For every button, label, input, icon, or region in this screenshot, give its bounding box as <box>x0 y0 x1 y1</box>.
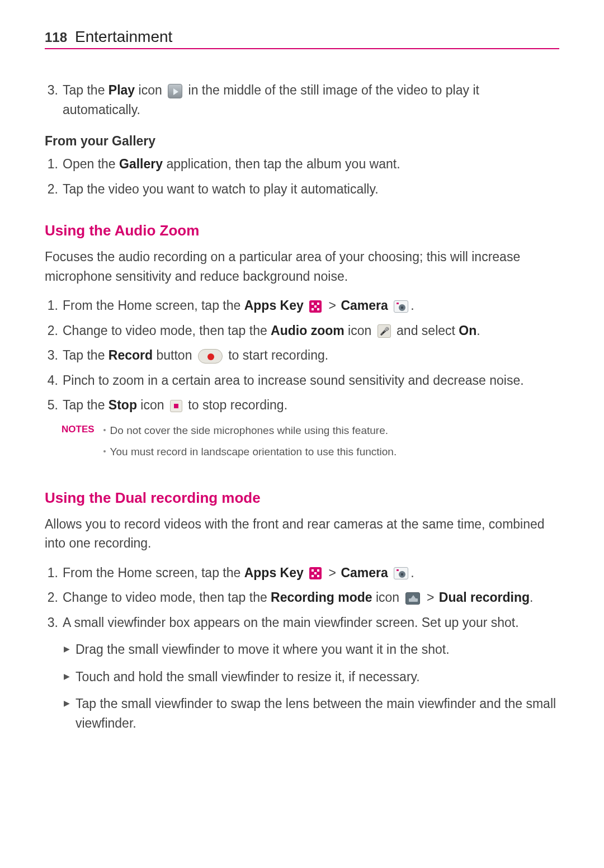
audio-zoom-icon <box>378 324 391 338</box>
section-dual-recording: Using the Dual recording mode <box>45 489 559 507</box>
apps-key-label: Apps Key <box>244 298 304 313</box>
audiozoom-step-2: 2. Change to video mode, then tap the Au… <box>45 321 559 341</box>
step-text: Change to video mode, then tap the Audio… <box>63 321 559 341</box>
step-text: From the Home screen, tap the Apps Key >… <box>63 563 559 583</box>
audiozoom-intro: Focuses the audio recording on a particu… <box>45 247 559 286</box>
stop-icon <box>170 400 182 412</box>
text: From the Home screen, tap the <box>63 298 244 313</box>
step-number: 3. <box>45 81 58 100</box>
text: Change to video mode, then tap the <box>63 323 271 338</box>
text: application, then tap the album you want… <box>163 157 400 171</box>
step-number: 1. <box>45 154 58 174</box>
on-label: On <box>459 323 476 338</box>
chapter-title: Entertainment <box>75 28 172 46</box>
step-number: 2. <box>45 180 58 199</box>
separator: > <box>328 298 337 313</box>
camera-label: Camera <box>341 565 388 580</box>
text: button <box>153 348 196 362</box>
page-number: 118 <box>45 30 67 45</box>
step-text: Open the Gallery application, then tap t… <box>63 154 559 174</box>
triangle-icon: ▶ <box>64 640 70 659</box>
note-item: You must record in landscape orientation… <box>103 444 559 460</box>
bullet-text: Tap the small viewfinder to swap the len… <box>76 694 559 733</box>
text: icon <box>345 323 375 338</box>
note-text: You must record in landscape orientation… <box>110 444 397 460</box>
dual-intro: Allows you to record videos with the fro… <box>45 515 559 553</box>
text: icon <box>135 83 166 97</box>
text: icon <box>372 590 403 605</box>
step-number: 3. <box>45 346 58 365</box>
bullet-text: Drag the small viewfinder to move it whe… <box>76 640 450 659</box>
text: and select <box>393 323 459 338</box>
apps-key-icon <box>309 567 322 579</box>
gallery-step-2: 2. Tap the video you want to watch to pl… <box>45 180 559 199</box>
step-text: Tap the video you want to watch to play … <box>63 180 559 199</box>
step-text: A small viewfinder box appears on the ma… <box>63 613 559 633</box>
text: Tap the <box>63 83 108 97</box>
page-header: 118 Entertainment <box>45 28 559 49</box>
dual-recording-label: Dual recording <box>439 590 530 605</box>
text: to start recording. <box>225 348 328 362</box>
text: Open the <box>63 157 119 171</box>
sub-bullet-list: ▶Drag the small viewfinder to move it wh… <box>64 640 559 733</box>
text: Tap the <box>63 348 108 362</box>
sub-bullet: ▶Tap the small viewfinder to swap the le… <box>64 694 559 733</box>
audiozoom-step-5: 5. Tap the Stop icon to stop recording. <box>45 395 559 415</box>
step-number: 2. <box>45 588 58 607</box>
recording-mode-label: Recording mode <box>271 590 372 605</box>
notes-block: NOTES Do not cover the side microphones … <box>62 423 559 466</box>
note-text: Do not cover the side microphones while … <box>110 423 388 439</box>
subheading-gallery: From your Gallery <box>45 134 559 149</box>
step-text: Tap the Play icon in the middle of the s… <box>63 81 559 119</box>
text: From the Home screen, tap the <box>63 565 244 580</box>
camera-icon <box>394 567 408 579</box>
dual-step-3: 3. A small viewfinder box appears on the… <box>45 613 559 633</box>
gallery-label: Gallery <box>119 157 163 171</box>
audiozoom-step-3: 3. Tap the Record button to start record… <box>45 346 559 365</box>
manual-page: 118 Entertainment 3. Tap the Play icon i… <box>0 0 604 774</box>
section-audio-zoom: Using the Audio Zoom <box>45 222 559 239</box>
text: Tap the <box>63 398 108 412</box>
sub-bullet: ▶Touch and hold the small viewfinder to … <box>64 667 559 687</box>
stop-label: Stop <box>108 398 137 412</box>
step-number: 5. <box>45 395 58 415</box>
text: . <box>476 323 480 338</box>
step-text: From the Home screen, tap the Apps Key >… <box>63 296 559 315</box>
play-label: Play <box>108 83 135 97</box>
separator: > <box>426 590 435 605</box>
triangle-icon: ▶ <box>64 667 70 687</box>
notes-list: Do not cover the side microphones while … <box>103 423 559 466</box>
step-number: 4. <box>45 371 58 390</box>
step-number: 2. <box>45 321 58 341</box>
gallery-step-1: 1. Open the Gallery application, then ta… <box>45 154 559 174</box>
audiozoom-label: Audio zoom <box>271 323 345 338</box>
audiozoom-step-1: 1. From the Home screen, tap the Apps Ke… <box>45 296 559 315</box>
step-play-video: 3. Tap the Play icon in the middle of th… <box>45 81 559 119</box>
text: icon <box>137 398 168 412</box>
text: . <box>410 298 414 313</box>
apps-key-label: Apps Key <box>244 565 304 580</box>
text: to stop recording. <box>185 398 287 412</box>
sub-bullet: ▶Drag the small viewfinder to move it wh… <box>64 640 559 659</box>
step-number: 1. <box>45 296 58 315</box>
dual-step-2: 2. Change to video mode, then tap the Re… <box>45 588 559 607</box>
text: . <box>410 565 414 580</box>
recording-mode-icon <box>405 592 420 605</box>
note-item: Do not cover the side microphones while … <box>103 423 559 439</box>
notes-label: NOTES <box>62 423 95 466</box>
step-text: Pinch to zoom in a certain area to incre… <box>63 371 559 390</box>
play-icon <box>168 84 182 98</box>
text: Change to video mode, then tap the <box>63 590 271 605</box>
record-label: Record <box>108 348 153 362</box>
text: . <box>530 590 533 605</box>
step-number: 1. <box>45 563 58 583</box>
triangle-icon: ▶ <box>64 694 70 733</box>
step-text: Change to video mode, then tap the Recor… <box>63 588 559 607</box>
apps-key-icon <box>309 300 322 313</box>
step-text: Tap the Record button to start recording… <box>63 346 559 365</box>
camera-label: Camera <box>341 298 388 313</box>
audiozoom-step-4: 4. Pinch to zoom in a certain area to in… <box>45 371 559 390</box>
bullet-icon <box>103 450 106 452</box>
step-text: Tap the Stop icon to stop recording. <box>63 395 559 415</box>
separator: > <box>328 565 337 580</box>
